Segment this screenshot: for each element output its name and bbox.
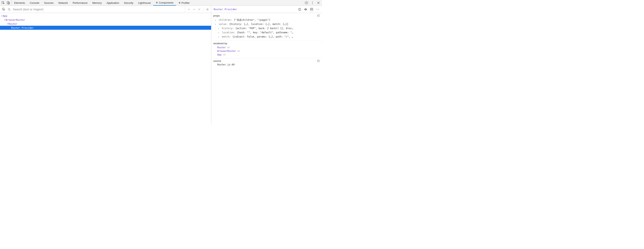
detail-component-name: Router.Provider bbox=[214, 8, 237, 11]
settings-gear-icon[interactable] bbox=[304, 1, 308, 5]
tab-console[interactable]: Console bbox=[27, 0, 42, 6]
copy-props-icon[interactable] bbox=[317, 14, 320, 17]
source-location[interactable]: Router.js:49 bbox=[213, 63, 320, 66]
rendered-by-label: BrowserRouter bbox=[217, 50, 236, 52]
search-next-icon[interactable] bbox=[192, 8, 196, 11]
react-icon bbox=[156, 2, 158, 4]
components-settings-icon[interactable] bbox=[206, 8, 210, 11]
tab-label: Lighthouse bbox=[138, 2, 151, 4]
kebab-menu-icon[interactable] bbox=[310, 1, 314, 5]
tree-node-router-provider[interactable]: Router.Provider bbox=[0, 26, 211, 30]
search-clear-icon[interactable] bbox=[197, 8, 201, 11]
search-prev-icon[interactable] bbox=[187, 8, 191, 11]
tab-components[interactable]: Components bbox=[153, 0, 176, 6]
tree-node-label: Router.Provider bbox=[11, 26, 34, 29]
rendered-by-browserrouter[interactable]: BrowserRouter bbox=[213, 49, 320, 53]
tab-network[interactable]: Network bbox=[56, 0, 70, 6]
component-tree: ▾App▾BrowserRouter▾RouterRouter.Provider bbox=[0, 13, 211, 30]
source-header-label: source bbox=[213, 60, 221, 62]
svg-rect-21 bbox=[318, 15, 320, 16]
search-input[interactable] bbox=[13, 8, 183, 11]
react-icon bbox=[178, 2, 181, 4]
tab-label: Memory bbox=[92, 2, 102, 4]
svg-rect-22 bbox=[318, 60, 320, 62]
badge-icon bbox=[227, 47, 230, 48]
props-section: props ▸ children: ["我是children", "/page1… bbox=[211, 13, 322, 41]
tab-security[interactable]: Security bbox=[122, 0, 136, 6]
device-toolbar-icon[interactable] bbox=[6, 1, 10, 5]
tab-label: Network bbox=[58, 2, 68, 4]
devtools-tabs: ElementsConsoleSourcesNetworkPerformance… bbox=[12, 0, 192, 6]
topbar-right-icons bbox=[303, 1, 322, 5]
select-element-icon[interactable] bbox=[2, 8, 6, 11]
rendered-by-header: rendered by bbox=[213, 42, 320, 45]
svg-point-15 bbox=[8, 8, 10, 10]
tree-expand-arrow-icon[interactable]: ▾ bbox=[1, 15, 3, 17]
prop-value-match[interactable]: ▸ match: {isExact: false, params: {…}, p… bbox=[213, 35, 320, 39]
tab-label: Sources bbox=[44, 2, 54, 4]
component-searchbar bbox=[0, 6, 211, 13]
svg-point-12 bbox=[312, 2, 313, 3]
tree-node-label: Router bbox=[8, 22, 17, 25]
copy-source-icon[interactable] bbox=[317, 60, 320, 62]
svg-point-18 bbox=[300, 10, 300, 10]
rendered-by-list: RouterBrowserRouterApp bbox=[213, 46, 320, 56]
tab-lighthouse[interactable]: Lighthouse bbox=[136, 0, 153, 6]
topbar-left-icon-group bbox=[0, 0, 12, 6]
rendered-by-label: Router bbox=[217, 46, 226, 49]
rendered-by-section: rendered by RouterBrowserRouterApp bbox=[211, 41, 322, 58]
searchbar-right-icons bbox=[185, 6, 210, 13]
svg-point-7 bbox=[179, 2, 180, 3]
tab-performance[interactable]: Performance bbox=[70, 0, 90, 6]
rendered-by-label: App bbox=[217, 53, 222, 56]
source-section: source Router.js:49 bbox=[211, 58, 322, 68]
component-tree-panel: ▾App▾BrowserRouter▾RouterRouter.Provider bbox=[0, 6, 211, 124]
rendered-by-label: rendered by bbox=[213, 42, 227, 45]
svg-point-16 bbox=[207, 9, 208, 10]
search-icon bbox=[7, 8, 11, 11]
tab-label: Profiler bbox=[182, 2, 190, 4]
tab-profiler[interactable]: Profiler bbox=[176, 0, 192, 6]
tab-elements[interactable]: Elements bbox=[12, 0, 27, 6]
tab-label: Elements bbox=[14, 2, 25, 4]
tab-application[interactable]: Application bbox=[104, 0, 122, 6]
tab-label: Security bbox=[124, 2, 133, 4]
tree-node-label: App bbox=[3, 14, 8, 17]
log-to-console-icon[interactable] bbox=[310, 8, 314, 11]
tree-node-browserrouter[interactable]: ▾BrowserRouter bbox=[0, 18, 211, 22]
tab-sources[interactable]: Sources bbox=[42, 0, 56, 6]
props-section-header: props bbox=[213, 14, 320, 17]
tree-node-router[interactable]: ▾Router bbox=[0, 22, 211, 26]
inspect-dom-icon[interactable] bbox=[304, 8, 308, 11]
svg-point-13 bbox=[312, 4, 313, 4]
prop-value-location[interactable]: ▸ location: {hash: "", key: "default", p… bbox=[213, 30, 320, 35]
props-list: ▸ children: ["我是children", "/page1"] ▾ v… bbox=[213, 18, 320, 39]
devtools-topbar: ElementsConsoleSourcesNetworkPerformance… bbox=[0, 0, 322, 6]
inspect-element-icon[interactable] bbox=[1, 1, 5, 5]
svg-point-11 bbox=[312, 2, 313, 2]
prop-children[interactable]: ▸ children: ["我是children", "/page1"] bbox=[213, 18, 320, 22]
svg-point-3 bbox=[156, 2, 157, 3]
tree-node-label: BrowserRouter bbox=[6, 18, 25, 21]
tree-expand-arrow-icon[interactable]: ▾ bbox=[4, 19, 6, 21]
close-devtools-icon[interactable] bbox=[316, 1, 320, 5]
rendered-by-app[interactable]: App bbox=[213, 53, 320, 56]
rendered-by-router[interactable]: Router bbox=[213, 46, 320, 49]
tab-memory[interactable]: Memory bbox=[90, 0, 104, 6]
badge-icon bbox=[223, 54, 226, 56]
badge-icon bbox=[237, 50, 240, 52]
svg-rect-1 bbox=[7, 2, 9, 4]
detail-header: Router.Provider bbox=[211, 6, 322, 13]
svg-rect-20 bbox=[310, 8, 313, 11]
prop-value-history[interactable]: ▸ history: {action: "POP", back: ƒ back(… bbox=[213, 26, 320, 30]
view-source-icon[interactable] bbox=[316, 8, 320, 11]
suspend-icon[interactable] bbox=[298, 8, 302, 11]
prop-value[interactable]: ▾ value: {history: {…}, location: {…}, m… bbox=[213, 22, 320, 26]
tab-label: Components bbox=[159, 1, 174, 4]
svg-point-19 bbox=[306, 9, 306, 10]
main-panels: ▾App▾BrowserRouter▾RouterRouter.Provider… bbox=[0, 6, 322, 124]
tree-expand-arrow-icon[interactable]: ▾ bbox=[6, 23, 8, 25]
tab-label: Console bbox=[30, 2, 39, 4]
tree-node-app[interactable]: ▾App bbox=[0, 14, 211, 18]
tab-label: Performance bbox=[72, 2, 88, 4]
